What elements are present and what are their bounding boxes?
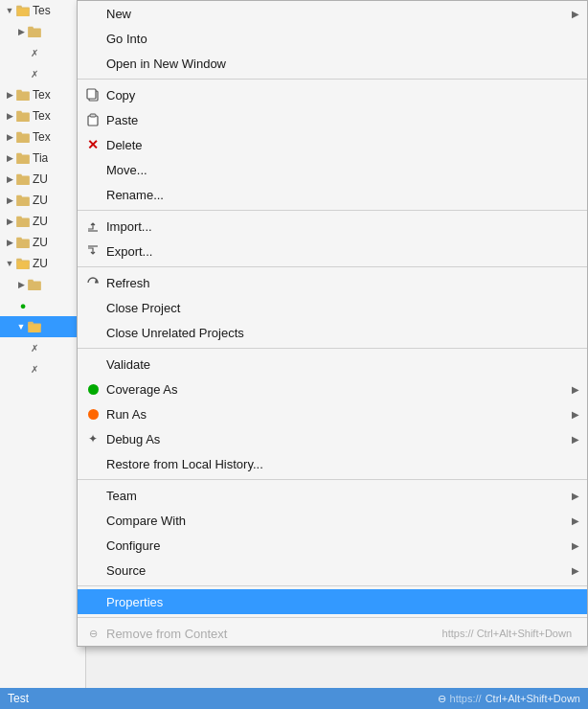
tree-item-tia[interactable]: ▶ Tia xyxy=(0,148,85,169)
tree-item-file1[interactable]: ✗ xyxy=(0,42,85,63)
tree-item-child-file1[interactable]: ✗ xyxy=(0,337,85,358)
menu-item-restore-history[interactable]: Restore from Local History... xyxy=(78,451,587,476)
status-bar-label: Test xyxy=(8,692,29,705)
folder-icon-tia xyxy=(15,150,31,166)
file-green-icon: ● xyxy=(15,298,31,313)
menu-item-copy[interactable]: Copy xyxy=(78,82,587,107)
tree-label-zu4: ZU xyxy=(33,236,48,249)
tree-arrow: ▶ xyxy=(4,131,15,143)
folder-icon-zu-child1 xyxy=(27,277,42,292)
export-icon xyxy=(85,243,101,259)
menu-separator-5 xyxy=(78,479,587,480)
submenu-arrow-new: ▶ xyxy=(572,9,579,19)
menu-item-new[interactable]: New ▶ xyxy=(78,1,587,26)
menu-item-team[interactable]: Team ▶ xyxy=(78,483,587,508)
tree-label-tex3: Tex xyxy=(33,130,51,144)
menu-item-import[interactable]: Import... xyxy=(78,214,587,239)
submenu-arrow-team: ▶ xyxy=(572,491,579,501)
run-icon xyxy=(85,406,101,422)
import-icon xyxy=(85,218,101,234)
file-x-icon-c2: ✗ xyxy=(27,361,42,377)
submenu-arrow-compare: ▶ xyxy=(572,515,579,526)
folder-icon-zu2 xyxy=(15,193,31,208)
menu-item-rename[interactable]: Rename... xyxy=(78,182,587,207)
menu-item-debug-as[interactable]: ✦ Debug As ▶ xyxy=(78,426,587,451)
tree-item-tex3[interactable]: ▶ Tex xyxy=(0,126,85,148)
tree-item-tex1[interactable]: ▶ Tex xyxy=(0,84,85,105)
folder-icon-zu1 xyxy=(15,172,31,187)
folder-icon-tex3 xyxy=(15,129,31,145)
tree-arrow: ▶ xyxy=(4,152,15,164)
menu-item-delete[interactable]: ✕ Delete xyxy=(78,132,587,157)
menu-item-configure[interactable]: Configure ▶ xyxy=(78,533,587,558)
debug-icon: ✦ xyxy=(85,431,101,446)
tree-item-zu3[interactable]: ▶ ZU xyxy=(0,211,85,232)
tree-item-child1[interactable]: ▶ xyxy=(0,21,85,42)
shortcut-text: https:// Ctrl+Alt+Shift+Down xyxy=(442,628,579,639)
tree-item-tes[interactable]: ▼ Tes xyxy=(0,0,85,21)
folder-icon-zu4 xyxy=(15,235,31,250)
status-shortcut-icon: ⊖ xyxy=(438,693,446,705)
tree-arrow: ▶ xyxy=(15,279,27,290)
menu-item-open-new-window[interactable]: Open in New Window xyxy=(78,51,587,76)
file-x-icon-2: ✗ xyxy=(27,66,42,81)
submenu-arrow-debug: ▶ xyxy=(572,434,579,445)
folder-icon-tex1 xyxy=(15,87,31,103)
tree-item-zu5-open[interactable]: ▼ ZU xyxy=(0,253,85,274)
file-x-icon: ✗ xyxy=(27,45,42,60)
submenu-arrow-coverage: ▶ xyxy=(572,384,579,395)
tree-label-zu5: ZU xyxy=(33,257,48,270)
tree-item-green-file[interactable]: ● xyxy=(0,295,85,316)
tree-item-child-file2[interactable]: ✗ xyxy=(0,358,85,379)
menu-item-close-project[interactable]: Close Project xyxy=(78,295,587,320)
svg-rect-1 xyxy=(87,89,96,99)
tree-label-zu3: ZU xyxy=(33,215,48,228)
status-bar: Test ⊖ https:// Ctrl+Alt+Shift+Down xyxy=(0,688,588,709)
menu-item-move[interactable]: Move... xyxy=(78,157,587,182)
tree-arrow: ▶ xyxy=(4,194,15,206)
tree-item-zu-child1[interactable]: ▶ xyxy=(0,274,85,295)
tree-arrow: ▼ xyxy=(15,321,27,332)
tree-label-tia: Tia xyxy=(33,151,48,165)
menu-item-compare-with[interactable]: Compare With ▶ xyxy=(78,508,587,533)
menu-item-export[interactable]: Export... xyxy=(78,239,587,263)
tree-label-tes: Tes xyxy=(33,4,51,17)
menu-separator-3 xyxy=(78,266,587,267)
tree-label-tex2: Tex xyxy=(33,109,51,123)
menu-item-run-as[interactable]: Run As ▶ xyxy=(78,401,587,426)
submenu-arrow-run: ▶ xyxy=(572,409,579,420)
file-tree: ▼ Tes ▶ ✗ ✗ ▶ xyxy=(0,0,86,709)
svg-rect-3 xyxy=(90,114,96,117)
folder-icon-zu3 xyxy=(15,214,31,229)
menu-item-properties[interactable]: Properties xyxy=(78,589,587,614)
folder-icon-tex2 xyxy=(15,108,31,124)
tree-item-file2[interactable]: ✗ xyxy=(0,63,85,84)
menu-item-close-unrelated[interactable]: Close Unrelated Projects xyxy=(78,320,587,345)
tree-item-selected-folder[interactable]: ▼ xyxy=(0,316,85,337)
menu-item-paste[interactable]: Paste xyxy=(78,107,587,132)
tree-arrow: ▼ xyxy=(4,5,15,16)
submenu-arrow-source: ▶ xyxy=(572,565,579,576)
menu-item-go-into[interactable]: Go Into xyxy=(78,26,587,51)
status-shortcut-keys: Ctrl+Alt+Shift+Down xyxy=(486,693,580,704)
tree-arrow: ▶ xyxy=(4,173,15,185)
remove-icon: ⊖ xyxy=(85,626,101,641)
menu-item-remove-from-context[interactable]: ⊖ Remove from Context https:// Ctrl+Alt+… xyxy=(78,621,587,646)
tree-arrow: ▶ xyxy=(4,89,15,101)
status-bar-right: ⊖ https:// Ctrl+Alt+Shift+Down xyxy=(438,693,580,705)
menu-item-source[interactable]: Source ▶ xyxy=(78,558,587,583)
tree-arrow: ▶ xyxy=(4,216,15,227)
menu-item-refresh[interactable]: Refresh xyxy=(78,270,587,295)
tree-item-zu4[interactable]: ▶ ZU xyxy=(0,232,85,253)
coverage-icon xyxy=(85,381,101,397)
tree-item-zu2[interactable]: ▶ ZU xyxy=(0,190,85,211)
refresh-icon xyxy=(85,275,101,290)
context-menu: New ▶ Go Into Open in New Window Copy Pa… xyxy=(77,0,588,647)
tree-item-tex2[interactable]: ▶ Tex xyxy=(0,105,85,126)
menu-item-validate[interactable]: Validate xyxy=(78,352,587,377)
menu-separator-7 xyxy=(78,617,587,618)
tree-arrow: ▶ xyxy=(4,110,15,122)
menu-item-coverage-as[interactable]: Coverage As ▶ xyxy=(78,377,587,401)
paste-icon xyxy=(85,112,101,127)
tree-item-zu1[interactable]: ▶ ZU xyxy=(0,169,85,190)
